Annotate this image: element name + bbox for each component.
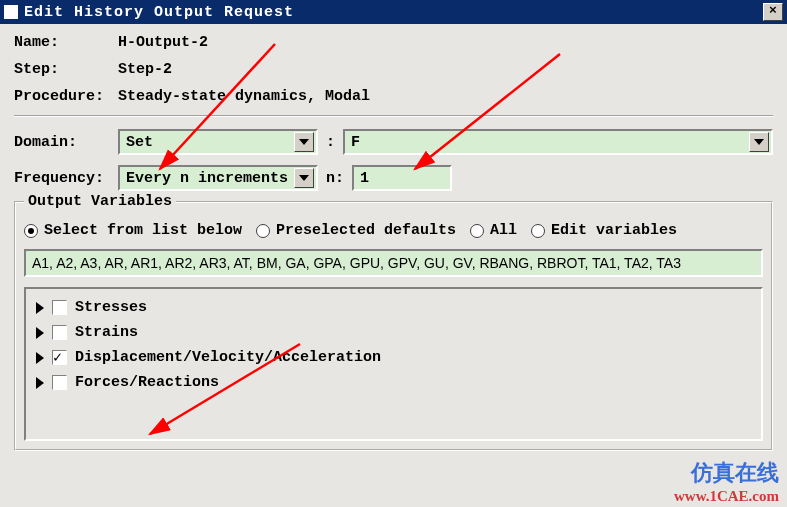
tree-item-stresses[interactable]: Stresses (30, 295, 757, 320)
dropdown-arrow-icon (294, 168, 314, 188)
radio-all[interactable]: All (470, 222, 517, 239)
expand-icon[interactable] (36, 377, 44, 389)
radio-icon (24, 224, 38, 238)
tree-item-label: Stresses (75, 299, 147, 316)
watermark: 仿真在线 www.1CAE.com (674, 458, 779, 505)
n-label: n: (326, 170, 344, 187)
watermark-line1: 仿真在线 (674, 458, 779, 488)
radio-preselected-defaults[interactable]: Preselected defaults (256, 222, 456, 239)
expand-icon[interactable] (36, 352, 44, 364)
radio-label: All (490, 222, 517, 239)
name-value: H-Output-2 (118, 34, 208, 51)
tree-item-displacement[interactable]: Displacement/Velocity/Acceleration (30, 345, 757, 370)
app-icon (4, 5, 18, 19)
dropdown-arrow-icon (749, 132, 769, 152)
frequency-select-value: Every n increments (126, 170, 288, 187)
domain-label: Domain: (14, 134, 118, 151)
n-input-value: 1 (360, 170, 369, 187)
radio-edit-variables[interactable]: Edit variables (531, 222, 677, 239)
checkbox[interactable] (52, 325, 67, 340)
output-variables-group: Output Variables Select from list below … (14, 201, 773, 451)
domain-select-value: Set (126, 134, 153, 151)
radio-label: Preselected defaults (276, 222, 456, 239)
divider (14, 115, 773, 117)
n-input[interactable]: 1 (352, 165, 452, 191)
window-title: Edit History Output Request (24, 4, 294, 21)
radio-icon (256, 224, 270, 238)
tree-item-label: Displacement/Velocity/Acceleration (75, 349, 381, 366)
domain-select[interactable]: Set (118, 129, 318, 155)
radio-select-from-list[interactable]: Select from list below (24, 222, 242, 239)
tree-item-forces[interactable]: Forces/Reactions (30, 370, 757, 395)
tree-item-label: Forces/Reactions (75, 374, 219, 391)
tree-item-strains[interactable]: Strains (30, 320, 757, 345)
checkbox[interactable] (52, 300, 67, 315)
radio-icon (470, 224, 484, 238)
dropdown-arrow-icon (294, 132, 314, 152)
variable-list-box[interactable]: A1, A2, A3, AR, AR1, AR2, AR3, AT, BM, G… (24, 249, 763, 277)
radio-label: Select from list below (44, 222, 242, 239)
frequency-label: Frequency: (14, 170, 118, 187)
checkbox[interactable] (52, 375, 67, 390)
domain-set-value: F (351, 134, 360, 151)
expand-icon[interactable] (36, 302, 44, 314)
procedure-value: Steady-state dynamics, Modal (118, 88, 370, 105)
domain-set-select[interactable]: F (343, 129, 773, 155)
tree-item-label: Strains (75, 324, 138, 341)
name-label: Name: (14, 34, 118, 51)
variable-tree[interactable]: Stresses Strains Displacement/Velocity/A… (24, 287, 763, 441)
step-label: Step: (14, 61, 118, 78)
titlebar: Edit History Output Request × (0, 0, 787, 24)
checkbox-checked[interactable] (52, 350, 67, 365)
colon-separator: : (326, 134, 335, 151)
procedure-label: Procedure: (14, 88, 118, 105)
step-value: Step-2 (118, 61, 172, 78)
close-button[interactable]: × (763, 3, 783, 21)
expand-icon[interactable] (36, 327, 44, 339)
frequency-select[interactable]: Every n increments (118, 165, 318, 191)
watermark-line2: www.1CAE.com (674, 488, 779, 505)
radio-icon (531, 224, 545, 238)
radio-label: Edit variables (551, 222, 677, 239)
output-variables-legend: Output Variables (24, 193, 176, 210)
